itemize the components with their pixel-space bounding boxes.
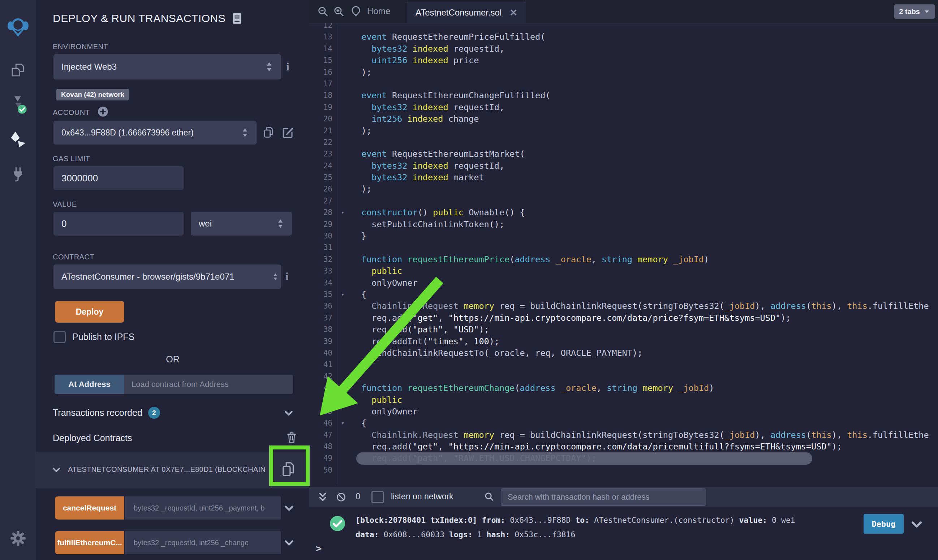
code-line: 31 (309, 242, 938, 253)
contract-expand-chevron-icon[interactable] (51, 465, 62, 475)
code-line: 14 bytes32 indexed requestId, (309, 43, 938, 55)
zoom-out-icon[interactable] (317, 6, 329, 17)
line-number: 32 (309, 254, 332, 265)
line-number: 29 (309, 218, 332, 230)
icon-sidebar (0, 0, 37, 560)
code-line: 20 int256 indexed change (309, 113, 938, 125)
panel-title-text: DEPLOY & RUN TRANSACTIONS (53, 12, 226, 25)
add-account-icon[interactable] (98, 106, 108, 117)
fold-marker-icon[interactable]: ▾ (341, 207, 344, 218)
fulfill-ethereum-change-params-input[interactable]: bytes32 _requestId, int256 _change (125, 531, 281, 554)
line-number: 17 (309, 78, 332, 89)
contract-info-icon[interactable]: i (286, 270, 288, 283)
code-line: 41} (309, 359, 938, 370)
code-lines: 1213event RequestEthereumPriceFulfilled(… (309, 23, 938, 476)
code-line: 25 bytes32 indexed market (309, 172, 938, 183)
code-line: 47 Chainlink.Request memory req = buildC… (309, 429, 938, 441)
at-address-input[interactable]: Load contract from Address (124, 375, 293, 394)
solidity-compiler-icon[interactable] (9, 95, 27, 115)
code-line: 44 public (309, 394, 938, 406)
code-line: 12 (309, 23, 938, 31)
copy-account-icon[interactable] (262, 126, 275, 139)
line-number: 44 (309, 394, 332, 406)
line-number: 48 (309, 441, 332, 452)
horizontal-scrollbar[interactable] (356, 452, 812, 465)
line-number: 31 (309, 242, 332, 253)
tabs-count-badge[interactable]: 2 tabs (894, 4, 935, 19)
environment-info-icon[interactable]: i (286, 60, 289, 73)
code-line: 29 setPublicChainlinkToken(); (309, 218, 938, 230)
edit-account-icon[interactable] (281, 126, 294, 139)
code-line: 40 sendChainlinkRequestTo(_oracle, req, … (309, 347, 938, 359)
clear-console-icon[interactable] (336, 492, 346, 502)
value-amount: 0 (62, 218, 66, 229)
zoom-in-icon[interactable] (333, 6, 345, 17)
line-number: 23 (309, 148, 332, 160)
account-label: ACCOUNT (53, 108, 89, 117)
listen-network-checkbox[interactable] (371, 491, 384, 503)
gas-limit-value: 3000000 (62, 173, 98, 184)
plugin-manager-icon[interactable] (10, 166, 26, 182)
expand-args-chevron-icon[interactable] (283, 502, 295, 514)
tab-home[interactable]: Home (350, 5, 390, 17)
editor-tabbar: Home ATestnetConsumer.sol ✕ 2 tabs (309, 0, 938, 23)
terminal-search-input[interactable]: Search with transaction hash or address (501, 488, 706, 506)
expand-log-chevron-icon[interactable] (910, 517, 924, 531)
deploy-and-run-icon[interactable] (9, 131, 27, 148)
file-explorer-icon[interactable] (10, 62, 26, 79)
account-select[interactable]: 0x643...9F88D (1.666673996 ether) (54, 121, 257, 145)
deployed-contracts-header: Deployed Contracts (53, 433, 132, 443)
gas-limit-input[interactable]: 3000000 (54, 166, 183, 190)
transactions-recorded-header[interactable]: Transactions recorded 2 (53, 407, 160, 419)
line-number: 24 (309, 160, 332, 172)
code-line: 15 uint256 indexed price (309, 55, 938, 66)
code-line: 18event RequestEthereumChangeFulfilled( (309, 89, 938, 101)
publish-ipfs-checkbox[interactable] (54, 331, 66, 343)
chevron-down-icon (924, 8, 930, 15)
fulfill-ethereum-change-button[interactable]: fulfillEthereumC... (55, 531, 124, 554)
transactions-count-badge: 2 (148, 407, 160, 419)
fold-marker-icon[interactable]: ▾ (341, 417, 344, 429)
debug-button[interactable]: Debug (864, 514, 904, 534)
line-number: 45 (309, 406, 332, 417)
line-number: 37 (309, 312, 332, 324)
contract-label: CONTRACT (53, 253, 94, 261)
collapse-terminal-icon[interactable] (317, 492, 328, 503)
line-number: 20 (309, 113, 332, 125)
line-number: 43 (309, 382, 332, 394)
code-line: 46▾{ (309, 417, 938, 429)
line-number: 46 (309, 417, 332, 429)
line-number: 26 (309, 183, 332, 195)
transaction-log-line2: data: 0x608...60033 logs: 1 hash: 0x53c.… (355, 528, 795, 542)
annotation-highlight-box (269, 445, 310, 486)
remix-logo-icon[interactable] (8, 17, 29, 38)
value-input[interactable]: 0 (54, 212, 183, 235)
code-line: 17 (309, 78, 938, 89)
tabs-count-label: 2 tabs (899, 8, 920, 16)
trash-icon[interactable] (286, 431, 297, 444)
transactions-chevron-down-icon[interactable] (283, 408, 294, 418)
cancel-request-params-input[interactable]: bytes32 _requestId, uint256 _payment, b (125, 496, 281, 520)
transaction-log[interactable]: [block:20780401 txIndex:0] from: 0x643..… (355, 513, 795, 542)
transaction-log-line1: [block:20780401 txIndex:0] from: 0x643..… (355, 513, 795, 528)
fold-marker-icon[interactable]: ▾ (341, 289, 344, 300)
deploy-button[interactable]: Deploy (55, 301, 124, 323)
fulfill-ethereum-change-params: bytes32 _requestId, int256 _change (134, 539, 249, 547)
expand-args-chevron-icon[interactable] (283, 537, 295, 548)
value-unit-select[interactable]: wei (191, 212, 292, 235)
settings-gear-icon[interactable] (10, 530, 26, 546)
deployed-contract-row[interactable]: ATESTNETCONSUMER AT 0X7E7...E80D1 (BLOCK… (35, 452, 309, 488)
code-line: 42 (309, 371, 938, 382)
at-address-button[interactable]: At Address (55, 375, 124, 394)
cancel-request-params: bytes32 _requestId, uint256 _payment, b (134, 504, 264, 512)
cancel-request-button[interactable]: cancelRequest (55, 496, 124, 520)
tab-atestnetconsumer[interactable]: ATestnetConsumer.sol ✕ (407, 2, 526, 23)
panel-title: DEPLOY & RUN TRANSACTIONS (53, 12, 242, 25)
terminal-prompt[interactable]: > (316, 543, 321, 554)
code-editor[interactable]: 1213event RequestEthereumPriceFulfilled(… (309, 23, 938, 484)
code-line: 37 req.add("get", "https://min-api.crypt… (309, 312, 938, 324)
close-tab-icon[interactable]: ✕ (509, 7, 517, 18)
environment-select[interactable]: Injected Web3 (54, 54, 281, 80)
contract-select[interactable]: ATestnetConsumer - browser/gists/9b71e07… (54, 265, 281, 289)
tab-home-label: Home (367, 6, 390, 16)
